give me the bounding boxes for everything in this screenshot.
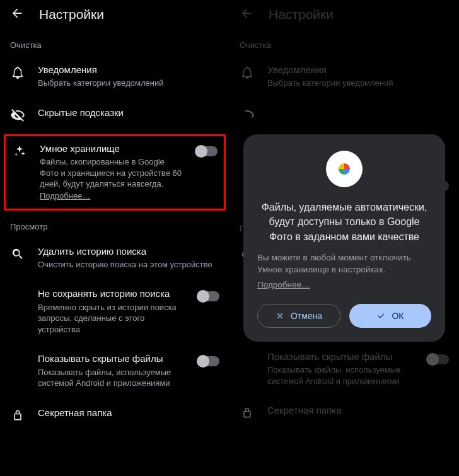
show-hidden-sub: Показывать файлы, используемые системой … <box>267 364 415 386</box>
dialog: Файлы, удаляемые автоматически, будут до… <box>243 134 445 342</box>
secret-folder-title: Секретная папка <box>38 407 219 419</box>
row-notifications[interactable]: Уведомления Выбрать категории уведомлени… <box>0 55 230 98</box>
cancel-button[interactable]: Отмена <box>257 304 340 328</box>
eye-off-icon <box>240 108 255 123</box>
section-cleanup-header: Очистка <box>230 32 459 55</box>
eye-off-icon <box>10 108 25 123</box>
cancel-label: Отмена <box>291 311 322 321</box>
lock-icon <box>10 408 25 423</box>
lock-icon <box>240 405 255 421</box>
row-no-save-search[interactable]: Не сохранять историю поиска Временно скр… <box>0 279 230 344</box>
smart-storage-toggle[interactable] <box>196 146 218 156</box>
row-secret-folder: Секретная папка <box>230 395 459 429</box>
section-browse-header: Просмотр <box>0 213 230 236</box>
row-hidden-hints[interactable]: Скрытые подсказки <box>0 98 230 132</box>
google-photos-logo <box>257 147 431 197</box>
row-show-hidden: Показывать скрытые файлы Показывать файл… <box>230 342 459 395</box>
clear-search-sub: Очистить историю поиска на этом устройст… <box>38 259 219 270</box>
row-clear-search[interactable]: Удалить историю поиска Очистить историю … <box>0 236 230 279</box>
dialog-actions: Отмена ОК <box>257 304 431 328</box>
hidden-hints-title: Скрытые подсказки <box>38 107 219 119</box>
sparkle-icon <box>12 144 27 159</box>
spacer-icon <box>240 352 255 367</box>
show-hidden-title: Показывать скрытые файлы <box>38 352 185 365</box>
page-title: Настройки <box>39 7 104 22</box>
show-hidden-title: Показывать скрытые файлы <box>267 351 415 363</box>
dialog-body: Вы можете в любой момент отключить Умное… <box>257 252 431 279</box>
row-hidden-hints-peek <box>230 98 459 132</box>
back-icon <box>240 6 253 23</box>
no-save-search-title: Не сохранять историю поиска <box>38 287 185 300</box>
notifications-title: Уведомления <box>267 64 449 76</box>
notifications-sub: Выбрать категории уведомлений <box>38 78 219 89</box>
smart-storage-title: Умное хранилище <box>40 142 183 155</box>
ok-button[interactable]: ОК <box>349 304 431 328</box>
secret-folder-title: Секретная папка <box>267 404 449 417</box>
screen-right: Настройки Очистка Уведомления Выбрать ка… <box>230 0 459 476</box>
spacer-icon <box>10 289 25 304</box>
section-cleanup-header: Очистка <box>0 32 230 55</box>
row-secret-folder[interactable]: Секретная папка <box>0 398 230 432</box>
highlight-smart-storage: Умное хранилище Файлы, скопированные в G… <box>4 134 226 211</box>
dialog-title: Файлы, удаляемые автоматически, будут до… <box>257 197 431 252</box>
show-hidden-toggle <box>427 354 449 364</box>
smart-storage-link[interactable]: Подробнее… <box>40 191 90 200</box>
row-notifications: Уведомления Выбрать категории уведомлени… <box>230 55 459 98</box>
row-smart-storage[interactable]: Умное хранилище Файлы, скопированные в G… <box>12 142 218 201</box>
dialog-link[interactable]: Подробнее… <box>257 280 310 289</box>
bell-icon <box>10 65 25 80</box>
search-icon <box>10 247 25 262</box>
show-hidden-toggle[interactable] <box>198 356 219 366</box>
row-show-hidden[interactable]: Показывать скрытые файлы Показывать файл… <box>0 344 230 397</box>
bell-icon <box>240 65 255 80</box>
show-hidden-sub: Показывать файлы, используемые системой … <box>38 367 185 389</box>
clear-search-title: Удалить историю поиска <box>38 245 219 258</box>
spacer-icon <box>10 354 25 369</box>
header: Настройки <box>0 0 230 32</box>
ok-label: ОК <box>392 311 404 321</box>
header: Настройки <box>230 0 459 32</box>
back-icon[interactable] <box>10 6 24 23</box>
page-title: Настройки <box>269 7 334 22</box>
smart-storage-sub: Файлы, скопированные в Google Фото и хра… <box>40 156 183 190</box>
notifications-sub: Выбрать категории уведомлений <box>267 78 449 89</box>
screen-left: Настройки Очистка Уведомления Выбрать ка… <box>0 0 230 476</box>
no-save-search-sub: Временно скрыть из истории поиска запрос… <box>38 302 185 335</box>
notifications-title: Уведомления <box>38 64 219 76</box>
no-save-search-toggle[interactable] <box>198 291 219 301</box>
